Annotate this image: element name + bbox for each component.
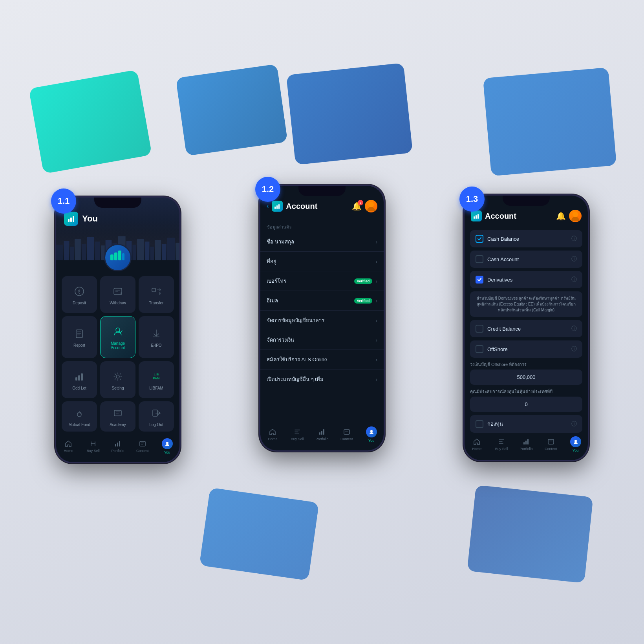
menu-bank[interactable]: จัดการข้อมูลบัญชีธนาคาร › bbox=[260, 311, 384, 330]
svg-rect-5 bbox=[87, 237, 94, 260]
chevron-bank: › bbox=[375, 317, 377, 324]
nav-home-2[interactable]: Home bbox=[260, 428, 285, 441]
svg-rect-73 bbox=[527, 439, 529, 445]
nav-portfolio-2[interactable]: Portfolio bbox=[310, 428, 335, 441]
back-button-2[interactable]: ‹ bbox=[267, 203, 269, 210]
menu-libfam[interactable]: LIBFAM LIBFAM bbox=[139, 361, 174, 398]
bottom-nav-1: Home Buy Sell Portfo bbox=[56, 435, 179, 462]
account-form: Cash Balance ⓘ Cash Account ⓘ bbox=[465, 227, 588, 433]
investment-value[interactable]: 0 bbox=[470, 397, 582, 412]
menu-money-right: › bbox=[375, 337, 377, 343]
menu-logout[interactable]: Log Out bbox=[139, 401, 174, 432]
setting-label: Setting bbox=[112, 386, 124, 390]
cb-credit-balance[interactable]: Credit Balance ⓘ bbox=[470, 320, 582, 337]
screen-title-area-3: Account bbox=[471, 210, 553, 221]
menu-bank-text: จัดการข้อมูลบัญชีธนาคาร bbox=[267, 316, 324, 324]
nav-you-2[interactable]: You bbox=[359, 426, 384, 443]
offshore-info[interactable]: ⓘ bbox=[571, 346, 577, 353]
svg-rect-13 bbox=[137, 239, 144, 260]
menu-withdraw[interactable]: ₿ Withdraw bbox=[100, 276, 135, 313]
nav-you-3[interactable]: You bbox=[563, 436, 588, 452]
svg-rect-71 bbox=[523, 442, 525, 445]
nav-you-1[interactable]: You bbox=[155, 438, 179, 454]
academy-label: Academy bbox=[110, 423, 126, 427]
offshore-input-group: วงเงินบัญชี Offshore ที่ต้องการ 500,000 bbox=[470, 361, 582, 385]
hero-logo bbox=[64, 212, 78, 226]
notification-bell-3[interactable]: 🔔 bbox=[556, 211, 566, 221]
cash-balance-info[interactable]: ⓘ bbox=[571, 235, 577, 242]
cash-account-label: Cash Account bbox=[487, 256, 567, 262]
profile-avatar-2[interactable] bbox=[365, 200, 377, 212]
odd-lot-label: Odd Lot bbox=[72, 386, 86, 390]
menu-eipo[interactable]: E-IPO bbox=[139, 316, 174, 358]
menu-manage-account[interactable]: ManageAccount bbox=[100, 316, 135, 358]
you-avatar-3 bbox=[570, 436, 581, 447]
phone-body-3: Account 🔔 bbox=[463, 194, 589, 461]
svg-rect-40 bbox=[75, 377, 77, 381]
menu-report[interactable]: Report bbox=[62, 316, 97, 358]
menu-name[interactable]: ชื่อ นามสกุล › bbox=[260, 232, 384, 252]
buysell-icon-3 bbox=[498, 438, 505, 446]
menu-transfer[interactable]: ₿ Transfer bbox=[139, 276, 174, 313]
svg-point-60 bbox=[368, 202, 374, 207]
nav-home-1[interactable]: Home bbox=[56, 440, 81, 453]
nav-buysell-2[interactable]: Buy Sell bbox=[285, 428, 310, 441]
svg-rect-18 bbox=[167, 238, 175, 260]
svg-rect-51 bbox=[117, 443, 118, 446]
screen-title-area-2: Account bbox=[272, 201, 349, 212]
nav-portfolio-3[interactable]: Portfolio bbox=[514, 438, 539, 451]
content-icon-3 bbox=[547, 438, 555, 446]
check-derivatives bbox=[476, 276, 483, 284]
menu-odd-lot[interactable]: Odd Lot bbox=[62, 361, 97, 398]
offshore-label: OffShore bbox=[487, 346, 567, 352]
main-menu-grid: ₿ Deposit ₿ bbox=[56, 260, 179, 401]
derivatives-info-box: สำหรับบัญชี Derivatives ลูกค้าจะต้องรักษ… bbox=[470, 291, 582, 317]
transfer-label: Transfer bbox=[149, 301, 164, 305]
menu-setting[interactable]: Setting bbox=[100, 361, 135, 398]
cash-account-info[interactable]: ⓘ bbox=[571, 256, 577, 263]
fund-info[interactable]: ⓘ bbox=[571, 421, 577, 428]
menu-address[interactable]: ที่อยู่ › bbox=[260, 252, 384, 271]
svg-rect-25 bbox=[118, 251, 121, 260]
cb-offshore[interactable]: OffShore ⓘ bbox=[470, 340, 582, 358]
nav-portfolio-1[interactable]: Portfolio bbox=[106, 440, 130, 453]
nav-content-label-2: Content bbox=[340, 437, 353, 441]
nav-content-label-3: Content bbox=[545, 447, 557, 451]
nav-buysell-1[interactable]: Buy Sell bbox=[81, 440, 106, 453]
menu-phone[interactable]: เบอร์โทร Verified › bbox=[260, 271, 384, 291]
profile-avatar-3[interactable] bbox=[569, 210, 582, 222]
menu-ats[interactable]: สมัครใช้บริการ ATS Online › bbox=[260, 350, 384, 370]
menu-email[interactable]: อีเมล Verified › bbox=[260, 291, 384, 311]
nav-buysell-3[interactable]: Buy Sell bbox=[489, 438, 514, 451]
svg-rect-2 bbox=[70, 247, 74, 260]
nav-content-3[interactable]: Content bbox=[538, 438, 563, 451]
credit-balance-info[interactable]: ⓘ bbox=[571, 325, 577, 332]
cb-cash-balance[interactable]: Cash Balance ⓘ bbox=[470, 230, 582, 247]
svg-rect-41 bbox=[78, 375, 80, 381]
svg-text:₿: ₿ bbox=[78, 289, 80, 294]
menu-academy[interactable]: Academy bbox=[100, 401, 135, 432]
buysell-icon-2 bbox=[293, 428, 301, 436]
nav-content-1[interactable]: Content bbox=[130, 440, 155, 453]
cb-derivatives[interactable]: Derivatives ⓘ bbox=[470, 271, 582, 288]
transfer-icon: ₿ bbox=[149, 284, 163, 298]
menu-deposit[interactable]: ₿ Deposit bbox=[62, 276, 97, 313]
svg-rect-4 bbox=[82, 244, 86, 260]
menu-name-right: › bbox=[375, 239, 377, 245]
notification-bell-2[interactable]: 🔔 1 bbox=[352, 201, 362, 211]
menu-open-acc[interactable]: เปิดประเภทบัญชีอื่น ๆ เพิ่ม › bbox=[260, 370, 384, 389]
hero-name: You bbox=[82, 214, 98, 224]
cb-fund[interactable]: กองทุน ⓘ bbox=[470, 415, 582, 433]
bg-shape-bottom2 bbox=[467, 485, 593, 583]
section-label: ข้อมูลส่วนตัว bbox=[260, 220, 384, 232]
menu-mutual-fund[interactable]: Mutual Fund bbox=[62, 401, 97, 432]
nav-home-3[interactable]: Home bbox=[465, 438, 489, 451]
nav-content-2[interactable]: Content bbox=[334, 428, 359, 441]
svg-rect-26 bbox=[122, 253, 124, 260]
partial-menu-row: Mutual Fund Academy bbox=[56, 401, 179, 435]
svg-rect-15 bbox=[150, 247, 154, 260]
derivatives-info[interactable]: ⓘ bbox=[571, 276, 577, 283]
menu-money[interactable]: จัดการวงเงิน › bbox=[260, 330, 384, 350]
offshore-value[interactable]: 500,000 bbox=[470, 370, 582, 385]
cb-cash-account[interactable]: Cash Account ⓘ bbox=[470, 251, 582, 268]
